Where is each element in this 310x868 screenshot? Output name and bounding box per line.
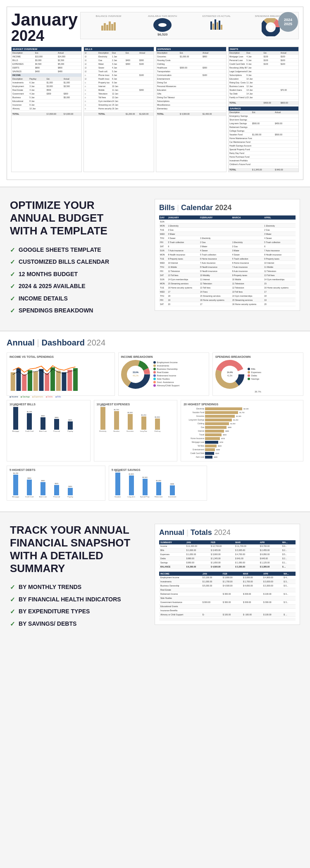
- bills-calendar-panel: Bills | Calendar 2024 DAYJANUARYFEBRUARY…: [155, 199, 300, 311]
- svg-rect-9: [39, 369, 44, 391]
- bills-table: Bills ☑ Description Due Est. Actual ☑Ele…: [83, 47, 154, 172]
- dashboard-title: Annual | Dashboard 2024: [7, 338, 303, 348]
- spending-breakdown-legend: Bills Expenses Debts Savings: [248, 368, 261, 381]
- income-table-body: Employment Income$ 3,100.00$ 3,800.00$ 3…: [159, 576, 296, 620]
- bills-calendar-row: SUN14 Gym memberships11 Interest10 Mobil…: [159, 277, 296, 281]
- feature-item: ✓SPENDINGS BREAKDOWN: [10, 307, 146, 315]
- checkmark-icon: ✓: [10, 282, 15, 291]
- income-row: Real Estate: [159, 588, 296, 592]
- highest-expenses-chart: 10 HIGHEST EXPENSES $2,100Electricity $1…: [94, 400, 178, 461]
- bills-calendar-row: THU4 Sewer1 Electricity4 Sewer: [159, 236, 296, 240]
- checkmark-icon: ✓: [10, 596, 15, 604]
- pie-chart: [262, 18, 280, 36]
- summary-table-body: Income$ 11,400.00$ 12,700.00$ 11,700.00$…: [159, 544, 296, 569]
- svg-point-3: [268, 25, 273, 30]
- checkmark-icon: ✓: [10, 307, 15, 315]
- annual-feature-item: ✓BY EXPENDITURE TYPES: [10, 608, 146, 616]
- annual-totals-panel: Annual | Totals 2024 SUMMARYJANFEBMARAPR…: [155, 524, 300, 625]
- income-row: Insurance Benefits: [159, 608, 296, 613]
- income-donut-container: 33.9% 46.2% Employment Income Investment…: [121, 360, 206, 389]
- checkmark-icon: ✓: [10, 246, 15, 254]
- month-title: January 2024: [11, 11, 78, 43]
- features-section: OPTIMIZE YOUR ANNUAL BUDGET WITH A TEMPL…: [0, 187, 310, 331]
- spending-donut-svg: 14.4% 41.2%: [215, 360, 244, 389]
- highest-savings-chart: 5 HIGHEST SAVINGS $2,100Vacation $1,800L…: [109, 466, 207, 501]
- svg-text:46.2%: 46.2%: [132, 374, 138, 377]
- dashboard-section: Annual | Dashboard 2024 INCOME vs TOTAL …: [0, 331, 310, 512]
- income-spendings-svg: [10, 360, 112, 393]
- checkmark-icon: ✓: [10, 270, 15, 279]
- income-legend: ■ Income ■ Savings ■ Expenses ■ Debts ■ …: [10, 395, 112, 398]
- bills-calendar-row: MON1 Electricity1 Electricity: [159, 224, 296, 228]
- summary-row: Debts$ 880.00$ 1,345.00$ 641.00$ 645.00$…: [159, 556, 296, 561]
- estimated-vs-actual-chart: Estimated vs Actual: [191, 15, 242, 36]
- income-row: Employment Income$ 3,100.00$ 3,800.00$ 3…: [159, 576, 296, 580]
- svg-rect-13: [62, 372, 67, 391]
- income-vs-spendings-chart: INCOME vs TOTAL SPENDINGS: [7, 352, 115, 396]
- svg-rect-15: [73, 368, 78, 391]
- summary-row: Expenses$ 1,650.00$ 3,900.00$ 4,700.00$ …: [159, 552, 296, 556]
- features-heading: OPTIMIZE YOUR ANNUAL BUDGET WITH A TEMPL…: [10, 199, 146, 238]
- highest-spendings-chart: 20 HIGHEST SPENDINGS Electricity$2,100 V…: [181, 400, 303, 461]
- annual-section: TRACK YOUR ANNUAL FINANCIAL SNAPSHOT WIT…: [0, 512, 310, 644]
- feature-label: GOOGLE SHEETS TEMPLATE: [19, 246, 101, 253]
- summary-row: Savings$ 950.00$ 1,650.00$ 1,050.00$ 1,1…: [159, 561, 296, 565]
- year-badge: 2024 2025: [278, 12, 298, 32]
- features-left-panel: OPTIMIZE YOUR ANNUAL BUDGET WITH A TEMPL…: [10, 199, 146, 319]
- svg-rect-7: [28, 370, 32, 391]
- grouped-bar-chart: [191, 18, 242, 30]
- svg-rect-11: [50, 367, 55, 391]
- budget-overview-table: Budget Overview Description Est. Actual …: [11, 47, 82, 172]
- feature-item: ✓CUSTOMIZED BILLS CALENDAR: [10, 258, 146, 266]
- svg-rect-6: [22, 374, 26, 391]
- available-this-month-chart: Available This Month $6,520: [137, 15, 188, 36]
- bills-calendar-table: DAYJANUARYFEBRUARYMARCHAPRIL SUNMON1 Ele…: [159, 215, 296, 306]
- feature-item: ✓2024 & 2025 AVAILABLE: [10, 282, 146, 291]
- highest-bills-chart: 10 HIGHEST BILLS $1,750Mortgage $1,250Cr…: [7, 400, 91, 461]
- feature-item: ✓12 MONTHS BUDGET: [10, 270, 146, 279]
- spreadsheet-section: 2024 2025 January 2024 Balance Overview: [0, 0, 310, 187]
- income-breakdown-legend: Employment Income Investments Business O…: [153, 361, 179, 388]
- checkmark-icon: ✓: [10, 295, 15, 303]
- bills-calendar-row: MON8 Health insurance5 Trash collection4…: [159, 253, 296, 257]
- income-row: Alimony or Child Support$ -$ 100.00$ -10…: [159, 613, 296, 617]
- svg-rect-14: [67, 370, 72, 391]
- bills-calendar-row: SAT13 Toll fees10 Mobility9 Property tax…: [159, 273, 296, 277]
- income-row: Retirement Income$ 300.00$ 300.00$ 100.0…: [159, 592, 296, 596]
- income-row: Investments$ 1,000.00$ 1,700.00$ 1,700.0…: [159, 579, 296, 584]
- feature-label: SPENDINGS BREAKDOWN: [19, 307, 93, 314]
- bills-calendar-row: TUE9 Property taxes6 Home insurance5 Tra…: [159, 257, 296, 261]
- income-row: Business Ownership$ 5,000.00$ 4,500.00$ …: [159, 584, 296, 588]
- balance-overview-chart: Balance Overview: [83, 15, 134, 36]
- income-spendings-visual: ■ Income ■ Savings ■ Expenses ■ Debts ■ …: [10, 360, 112, 393]
- feature-item: ✓INCOME DETAILS: [10, 295, 146, 303]
- income-donut-svg: 33.9% 46.2%: [121, 360, 150, 389]
- feature-list: ✓GOOGLE SHEETS TEMPLATE✓CUSTOMIZED BILLS…: [10, 246, 146, 315]
- sheet-charts-row: Balance Overview Available This Month: [80, 12, 299, 39]
- annual-feature-item: ✓BY MONTHLY TRENDS: [10, 583, 146, 591]
- highest-bills-bars: $1,750Mortgage $1,250Credit Card $950Aut…: [10, 407, 88, 432]
- spreadsheet-preview: 2024 2025 January 2024 Balance Overview: [7, 7, 303, 180]
- feature-label: 2024 & 2025 AVAILABLE: [19, 282, 86, 290]
- donut-chart: [153, 18, 172, 32]
- feature-label: 12 MONTHS BUDGET: [19, 270, 78, 278]
- debts-savings-table: Debts Description Due Est. Actual Mortga…: [228, 47, 299, 172]
- spending-breakdown-chart: SPENDING BREAKDOWN 14.4% 41.2% Bills Exp…: [212, 352, 303, 396]
- highest-debts-chart: 5 HIGHEST DEBTS $1,250Mortgage $950Credi…: [7, 466, 105, 501]
- dashboard-top-row: INCOME vs TOTAL SPENDINGS: [7, 352, 303, 396]
- bills-calendar-row: FRI12 Television9 Health insurance8 Auto…: [159, 269, 296, 273]
- svg-text:41.2%: 41.2%: [227, 375, 232, 377]
- spending-donut-container: 14.4% 41.2% Bills Expenses Debts Savings: [215, 360, 300, 389]
- svg-rect-8: [33, 371, 38, 391]
- svg-rect-12: [56, 371, 61, 391]
- annual-feature-label: BY EXPENDITURE TYPES: [19, 608, 90, 615]
- bills-calendar-row: FRI5 Trash collection2 Gas1 Electricity5…: [159, 240, 296, 244]
- annual-feature-item: ✓BY FINANCIAL HEALTH INDICATORS: [10, 596, 146, 604]
- svg-text:33.9%: 33.9%: [132, 371, 138, 374]
- bills-calendar-row: SUN7 Auto insurance4 Sewer3 Water7 Auto …: [159, 248, 296, 253]
- balance-bar-chart: [83, 18, 134, 31]
- annual-feature-list: ✓BY MONTHLY TRENDS✓BY FINANCIAL HEALTH I…: [10, 583, 146, 628]
- annual-totals-title: Annual | Totals 2024: [159, 528, 296, 537]
- bills-calendar-row: TUE2 Gas2 Gas: [159, 228, 296, 232]
- annual-heading: TRACK YOUR ANNUAL FINANCIAL SNAPSHOT WIT…: [10, 524, 146, 575]
